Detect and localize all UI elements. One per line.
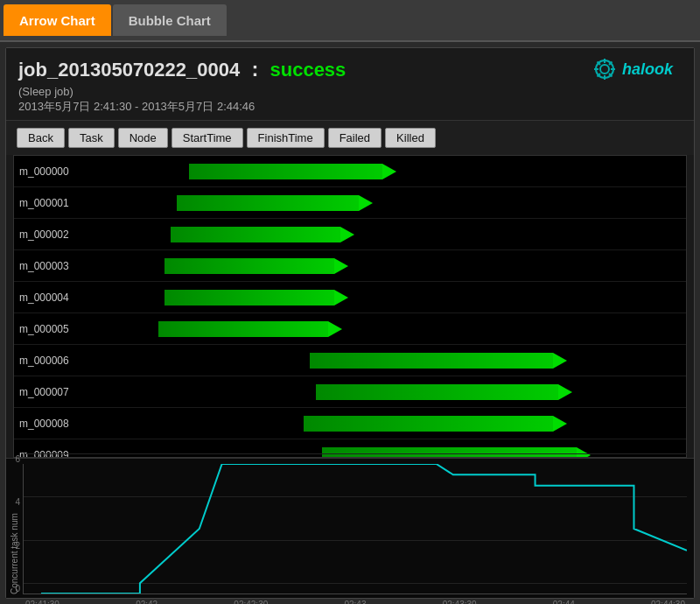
arrow-head-icon [359,195,373,211]
arrow-chart-container: m_000000m_000001m_000002m_000003m_000004… [6,155,694,458]
arrow-head-icon [334,258,348,274]
arrow-head-icon [558,384,572,400]
svg-point-1 [600,65,609,74]
arrow-track [80,282,686,313]
task-button[interactable]: Task [68,128,115,148]
back-button[interactable]: Back [17,128,65,148]
job-subtitle: (Sleep job) [18,85,682,98]
x-tick-3: 02:43 [344,600,366,604]
job-title: job_201305070222_0004 ： success [18,57,682,83]
toolbar: Back Task Node StartTime FinishTime Fail… [6,121,694,155]
arrow-bar [310,353,552,369]
arrow-head-icon [328,321,342,337]
arrow-head-icon [340,227,354,242]
arrow-row-label: m_000004 [14,291,80,304]
arrow-head-icon [553,416,567,432]
arrow-row-label: m_000006 [14,355,80,367]
arrow-row: m_000004 [14,282,686,313]
bottom-chart: Concurrent task num 6 4 2 0 [6,458,694,598]
concurrent-line [41,464,687,593]
arrow-row: m_000002 [14,219,686,250]
arrow-track [80,187,686,218]
x-tick-2: 02:42:30 [234,600,268,604]
arrow-row: m_000008 [14,408,686,439]
arrow-row-label: m_000007 [14,386,80,398]
arrow-bar [164,290,334,306]
arrow-head-icon [382,164,396,179]
arrow-track [80,408,686,439]
tab-bubble-chart[interactable]: Bubble Chart [113,4,227,36]
failed-button[interactable]: Failed [328,128,382,148]
line-chart-svg [41,464,687,593]
arrow-bar [164,258,334,274]
arrow-row: m_000000 [14,156,686,187]
job-header: job_201305070222_0004 ： success (Sleep j… [6,48,694,121]
arrow-row-label: m_000008 [14,418,80,430]
arrow-bar [171,227,340,242]
halook-logo: halook [592,57,673,81]
arrow-track [80,376,686,407]
arrow-track [80,345,686,376]
killed-button[interactable]: Killed [385,128,436,148]
x-tick-1: 02:42 [136,600,158,604]
y-tick-6: 6 [24,453,687,464]
arrow-bar [177,195,359,211]
halook-brand-text: halook [622,60,673,79]
arrow-bar [304,416,552,432]
arrow-row: m_000001 [14,187,686,219]
x-tick-4: 02:43:30 [443,600,477,604]
arrow-row-label: m_000005 [14,323,80,335]
arrow-track [80,156,686,186]
tab-bar: Arrow Chart Bubble Chart [0,0,700,42]
arrow-row: m_000003 [14,250,686,282]
arrow-row-label: m_000003 [14,260,80,272]
halook-gear-icon [592,57,617,81]
arrow-row-label: m_000002 [14,228,80,241]
arrow-row: m_000007 [14,376,686,408]
main-panel: job_201305070222_0004 ： success (Sleep j… [5,47,695,599]
finishtime-button[interactable]: FinishTime [247,128,325,148]
x-tick-6: 02:44:30 [651,600,685,604]
arrow-track [80,313,686,344]
starttime-button[interactable]: StartTime [172,128,243,148]
y-axis-label: Concurrent task num [6,464,23,594]
x-tick-5: 02:44 [553,600,575,604]
node-button[interactable]: Node [118,128,168,148]
arrow-bar [316,384,558,400]
arrow-track [80,219,686,249]
x-tick-0: 02:41:30 [25,600,60,604]
x-axis: 02:41:30 02:42 02:42:30 02:43 02:43:30 0… [24,600,687,604]
arrow-row-label: m_000001 [14,197,80,209]
arrow-bar [189,164,383,179]
arrow-row: m_000005 [14,313,686,345]
arrow-bar [158,321,328,337]
arrow-head-icon [334,290,348,306]
arrow-track [80,250,686,281]
arrow-head-icon [553,353,567,369]
arrow-row-label: m_000000 [14,165,80,178]
tab-arrow-chart[interactable]: Arrow Chart [4,4,111,36]
job-time: 2013年5月7日 2:41:30 - 2013年5月7日 2:44:46 [18,99,682,115]
chart-area: 6 4 2 0 02:41:30 02:42 02:42:3 [23,464,687,594]
arrow-chart-scroll[interactable]: m_000000m_000001m_000002m_000003m_000004… [13,155,687,458]
arrow-row: m_000006 [14,345,686,376]
